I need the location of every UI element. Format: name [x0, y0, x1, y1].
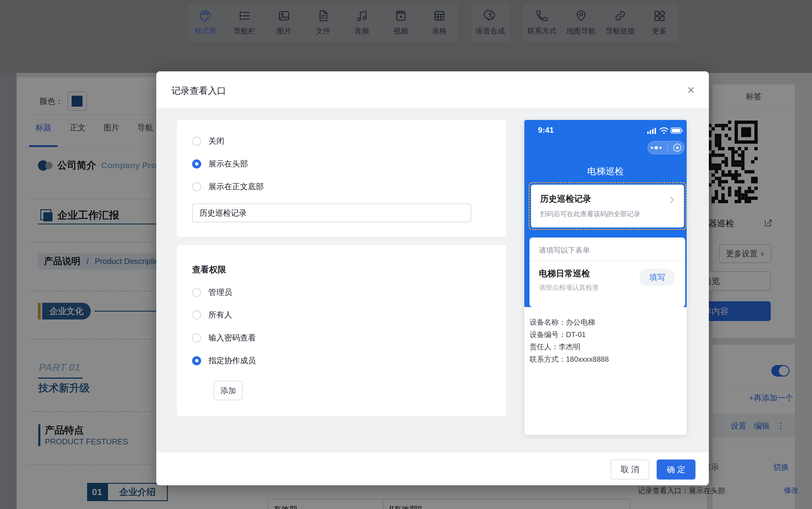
entry-position-card: 关闭 展示在头部 展示在正文底部	[177, 120, 506, 237]
confirm-button[interactable]: 确 定	[657, 460, 696, 479]
radio-option-show-header[interactable]: 展示在头部	[192, 159, 248, 169]
radio-option-everyone[interactable]: 所有人	[192, 309, 232, 320]
form-card: 请填写以下表单 电梯日常巡检 填写 请按点检项认真检查	[529, 237, 685, 307]
add-member-button[interactable]: 添加	[214, 381, 243, 400]
radio-label: 关闭	[209, 136, 224, 146]
radio-label: 指定协作成员	[209, 355, 256, 366]
radio-checked-icon	[192, 160, 201, 169]
fill-button[interactable]: 填写	[639, 269, 675, 286]
radio-option-collaborators[interactable]: 指定协作成员	[192, 355, 256, 366]
radio-icon	[192, 137, 201, 146]
modal-footer: 取 消 确 定	[156, 452, 709, 485]
radio-checked-icon	[192, 356, 201, 365]
phone-app-title: 电梯巡检	[524, 165, 687, 178]
radio-label: 管理员	[209, 287, 232, 298]
radio-label: 所有人	[209, 309, 232, 320]
radio-label: 展示在头部	[209, 159, 248, 169]
history-desc: 扫码后可在此查看该码的全部记录	[540, 209, 640, 219]
phone-preview: 9:41 电梯巡检 历史巡检记录	[524, 120, 687, 435]
info-row-device-name: 设备名称：办公电梯	[529, 317, 595, 327]
radio-icon	[192, 182, 201, 191]
wifi-icon	[659, 127, 669, 136]
radio-icon	[192, 310, 201, 319]
entry-name-input[interactable]	[192, 203, 471, 222]
more-dots-icon	[651, 146, 662, 149]
info-row-contact: 联系方式：180xxxx8888	[529, 354, 609, 364]
form-desc: 请按点检项认真检查	[539, 283, 599, 292]
radio-option-close[interactable]: 关闭	[192, 136, 224, 146]
divider	[529, 261, 685, 261]
chevron-right-icon	[667, 197, 674, 203]
history-entry-highlight: 历史巡检记录 扫码后可在此查看该码的全部记录	[528, 182, 687, 230]
miniprogram-capsule[interactable]	[648, 141, 685, 154]
form-hint: 请填写以下表单	[539, 245, 590, 255]
info-row-device-id: 设备编号：DT-01	[529, 330, 586, 340]
permission-title: 查看权限	[192, 264, 226, 275]
battery-icon	[671, 127, 684, 135]
history-title: 历史巡检记录	[540, 193, 591, 205]
form-title: 电梯日常巡检	[539, 268, 590, 279]
capsule-home-icon	[673, 144, 681, 151]
signal-icon	[647, 127, 658, 136]
history-entry-card[interactable]: 历史巡检记录 扫码后可在此查看该码的全部记录	[531, 185, 684, 228]
radio-label: 展示在正文底部	[209, 181, 264, 192]
modal-title: 记录查看入口	[172, 85, 226, 97]
info-row-owner: 责任人：李杰明	[529, 342, 581, 352]
radio-icon	[192, 288, 201, 297]
radio-option-password[interactable]: 输入密码查看	[192, 333, 256, 343]
radio-label: 输入密码查看	[209, 333, 256, 343]
app-root: 样式库 导航栏 图片 文件 音频 视频	[0, 0, 812, 509]
status-time: 9:41	[538, 126, 554, 135]
permission-card: 查看权限 管理员 所有人 输入密码查看 指定协作成员 添加	[177, 245, 506, 416]
cancel-button[interactable]: 取 消	[611, 460, 649, 479]
close-icon[interactable]: ✕	[684, 83, 698, 97]
radio-option-show-bottom[interactable]: 展示在正文底部	[192, 181, 264, 192]
modal-header: 记录查看入口 ✕	[156, 71, 709, 108]
radio-icon	[192, 334, 201, 343]
capsule-divider	[667, 144, 668, 151]
radio-option-admin[interactable]: 管理员	[192, 287, 232, 298]
record-entry-modal: 记录查看入口 ✕ 关闭 展示在头部 展示在正文底部 查看权限 管	[156, 71, 709, 485]
